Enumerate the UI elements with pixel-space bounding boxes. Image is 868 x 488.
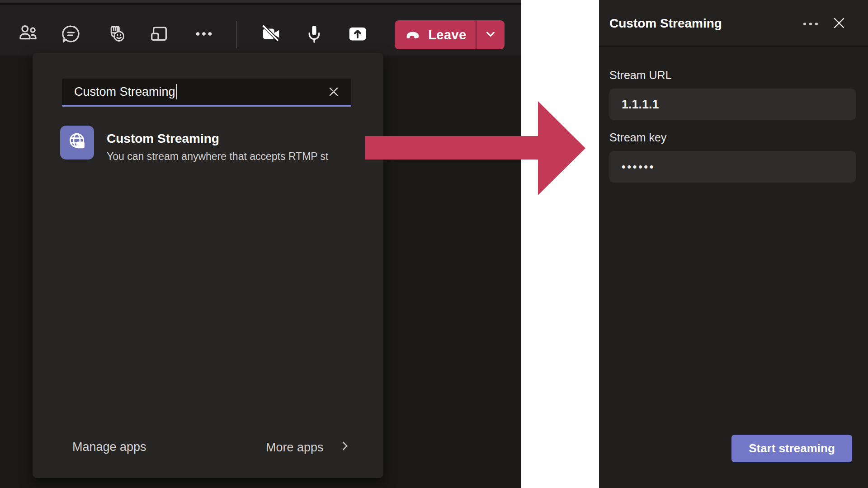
- panel-close-button[interactable]: [829, 15, 849, 33]
- meeting-toolbar: Leave: [0, 5, 521, 56]
- leave-options-button[interactable]: [476, 20, 505, 49]
- search-input-value: Custom Streaming: [74, 85, 175, 99]
- globe-app-icon: [66, 131, 89, 155]
- chevron-right-icon: [339, 440, 351, 455]
- people-icon: [18, 23, 39, 46]
- more-apps-link[interactable]: More apps: [266, 440, 351, 455]
- text-caret: [176, 84, 177, 99]
- hang-up-icon: [404, 25, 422, 45]
- stream-key-masked-value: ••••••: [622, 160, 655, 173]
- more-apps-label: More apps: [266, 441, 324, 455]
- chevron-down-icon: [484, 27, 497, 42]
- stream-key-label: Stream key: [609, 131, 666, 144]
- toolbar-divider: [236, 21, 237, 48]
- result-title: Custom Streaming: [107, 131, 219, 146]
- chat-icon: [61, 23, 81, 46]
- stream-url-input[interactable]: 1.1.1.1: [609, 89, 856, 120]
- result-description: You can stream anywhere that accepts RTM…: [107, 150, 329, 163]
- participants-button[interactable]: [15, 20, 42, 49]
- close-icon: [831, 15, 847, 33]
- chat-button[interactable]: [58, 20, 84, 49]
- camera-off-icon: [261, 23, 282, 46]
- clear-search-button[interactable]: [326, 84, 341, 99]
- share-screen-button[interactable]: [344, 20, 371, 49]
- stream-url-label: Stream URL: [609, 69, 672, 82]
- find-an-app-popup: Custom Streaming: [33, 53, 383, 478]
- breakout-rooms-button[interactable]: [146, 20, 173, 49]
- microphone-icon: [304, 23, 325, 46]
- leave-split-button: Leave: [395, 20, 505, 49]
- breakout-rooms-icon: [149, 23, 170, 46]
- custom-streaming-app-tile: [60, 126, 94, 160]
- share-screen-icon: [347, 23, 368, 46]
- reactions-icon: [106, 23, 127, 46]
- more-options-icon: [193, 23, 214, 46]
- search-underline: [62, 105, 351, 107]
- app-search-field: Custom Streaming: [62, 79, 351, 107]
- panel-title: Custom Streaming: [609, 0, 722, 47]
- leave-button[interactable]: Leave: [395, 20, 476, 49]
- camera-toggle-button[interactable]: [258, 20, 284, 49]
- leave-button-label: Leave: [428, 28, 467, 42]
- app-search-result[interactable]: Custom Streaming You can stream anywhere…: [51, 121, 367, 166]
- microphone-button[interactable]: [301, 20, 327, 49]
- more-options-button[interactable]: [191, 20, 217, 49]
- start-streaming-button[interactable]: Start streaming: [731, 435, 852, 462]
- panel-header: Custom Streaming: [599, 0, 868, 47]
- meeting-window: Leave Custom Streaming: [0, 0, 521, 488]
- stream-key-input[interactable]: ••••••: [609, 151, 856, 183]
- manage-apps-link[interactable]: Manage apps: [72, 440, 146, 454]
- stream-url-value: 1.1.1.1: [622, 98, 659, 112]
- panel-more-options-button[interactable]: [800, 16, 821, 32]
- reactions-button[interactable]: [104, 20, 130, 49]
- search-input[interactable]: Custom Streaming: [62, 79, 351, 105]
- screenshot-canvas: Leave Custom Streaming: [0, 0, 868, 488]
- custom-streaming-panel: Custom Streaming Stream URL 1.1.1.1 Stre…: [599, 0, 868, 488]
- more-options-icon: [803, 23, 806, 25]
